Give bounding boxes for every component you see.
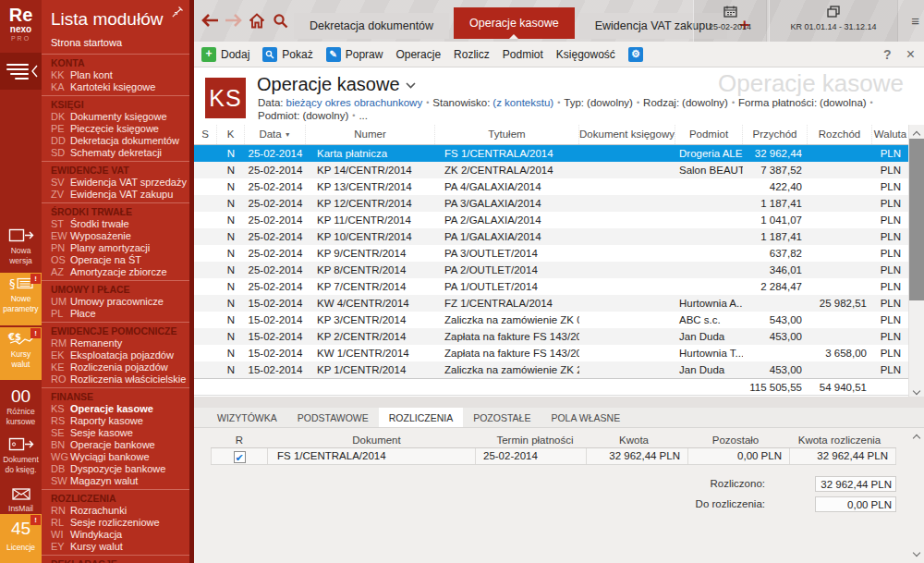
column-header-k[interactable]: K bbox=[217, 125, 245, 144]
module-section-header[interactable]: EWIDENCJE POMOCNICZE bbox=[42, 324, 189, 337]
sidebar-item-ks[interactable]: KSOperacje kasowe bbox=[42, 403, 189, 415]
table-row[interactable]: N15-02-2014KP 3/CENTR/2014Zaliczka na za… bbox=[194, 312, 908, 328]
sidebar-item-kk[interactable]: KKPlan kont bbox=[42, 69, 189, 81]
table-row[interactable]: N15-02-2014KW 4/CENTR/2014FZ 1/CENTRALA/… bbox=[194, 295, 908, 312]
detail-column-header-kwota[interactable]: Kwota bbox=[587, 433, 688, 447]
filter-value[interactable]: (z kontekstu) bbox=[492, 97, 553, 108]
column-header-rozch-d[interactable]: Rozchód bbox=[808, 125, 872, 144]
module-section-header[interactable]: KONTA bbox=[42, 56, 189, 69]
splitter[interactable] bbox=[194, 397, 924, 408]
page-title[interactable]: Operacje kasowe bbox=[257, 74, 416, 95]
settled-checkbox[interactable]: ✔ bbox=[234, 451, 246, 463]
tab-rozliczenia[interactable]: ROZLICZENIA bbox=[379, 408, 463, 427]
module-section-header[interactable]: ROZLICZENIA bbox=[42, 492, 189, 505]
filter-value[interactable]: (dowolny) bbox=[682, 97, 728, 108]
detail-column-header-dokument[interactable]: Dokument bbox=[268, 433, 476, 447]
column-header-tytu-em[interactable]: Tytułem bbox=[435, 125, 579, 144]
module-section-header[interactable]: KSIĘGI bbox=[42, 98, 189, 111]
sidebar-item-ro[interactable]: RORozliczenia właścicielskie bbox=[42, 373, 189, 386]
tab-operacje-kasowe[interactable]: Operacje kasowe bbox=[454, 7, 575, 39]
detail-scroll-up-icon[interactable] bbox=[914, 432, 919, 443]
table-row[interactable]: N25-02-2014KP 10/CENTR/2014PA 1/GALAXIA/… bbox=[194, 228, 908, 245]
table-row[interactable]: N15-02-2014KP 1/CENTR/2014Zaliczka na za… bbox=[194, 361, 908, 378]
table-row[interactable]: N15-02-2014KP 2/CENTR/2014Zapłata na fak… bbox=[194, 328, 908, 345]
column-header-dokument-ksi-gowy[interactable]: Dokument księgowy bbox=[579, 125, 675, 144]
sidebar-item-rs[interactable]: RSRaporty kasowe bbox=[42, 415, 189, 427]
tab-dekretacja-dokumentow[interactable]: Dekretacja dokumentów bbox=[294, 13, 449, 39]
detail-column-header-kwota-rozliczenia[interactable]: Kwota rozliczenia bbox=[790, 433, 896, 447]
sidebar-item-rn[interactable]: RNRozrachunki bbox=[42, 505, 189, 517]
sidebar-item-wi[interactable]: WIWindykacja bbox=[42, 529, 189, 541]
tab-pola-wlasne[interactable]: POLA WŁASNE bbox=[541, 408, 630, 427]
menu-icon[interactable]: ≡ bbox=[911, 13, 919, 29]
detail-scroll-down-icon[interactable] bbox=[914, 546, 919, 557]
module-section-header[interactable]: ŚRODKI TRWAŁE bbox=[42, 205, 189, 218]
sidebar-item-ek[interactable]: EKEksploatacja pojazdów bbox=[42, 349, 189, 361]
accounting-button[interactable]: Księgowość bbox=[556, 48, 615, 61]
sidebar-item-bn[interactable]: BNOperacje bankowe bbox=[42, 439, 189, 451]
sidebar-item-strona-startowa[interactable]: Strona startowa bbox=[42, 35, 189, 52]
sidebar-item-az[interactable]: AZAmortyzacje zbiorcze bbox=[42, 266, 189, 278]
sidebar-item-os[interactable]: OSOperacje na ŚT bbox=[42, 254, 189, 266]
close-icon[interactable]: × bbox=[906, 47, 915, 62]
column-header-data[interactable]: Data▼ bbox=[245, 125, 306, 144]
table-row[interactable]: N15-02-2014KW 1/CENTR/2014Zapłata na fak… bbox=[194, 345, 908, 361]
sidebar-item-ka[interactable]: KAKartoteki księgowe bbox=[42, 81, 189, 93]
tab-podstawowe[interactable]: PODSTAWOWE bbox=[287, 408, 379, 427]
sidebar-item-st[interactable]: STŚrodki trwałe bbox=[42, 218, 189, 230]
table-row[interactable]: N25-02-2014KP 14/CENTR/2014ZK 2/CENTRALA… bbox=[194, 162, 908, 178]
sidebar-item-rl[interactable]: RLSesje rozliczeniowe bbox=[42, 517, 189, 529]
home-icon[interactable] bbox=[249, 13, 265, 29]
sidebar-item-pl[interactable]: PLPłace bbox=[42, 308, 189, 320]
rail-tile-roznice-kursowe[interactable]: 00 Różnicekursowe bbox=[0, 382, 42, 432]
sidebar-item-pn[interactable]: PNPlany amortyzacji bbox=[42, 242, 189, 254]
help-button[interactable]: ? bbox=[883, 47, 892, 62]
sidebar-item-zv[interactable]: ZVEwidencja VAT zakupu bbox=[42, 189, 189, 201]
pin-icon[interactable] bbox=[172, 6, 183, 18]
table-row[interactable]: N25-02-2014KP 9/CENTR/2014PA 3/OUTLET/20… bbox=[194, 245, 908, 262]
sidebar-item-dd[interactable]: DDDekretacja dokumentów bbox=[42, 135, 189, 147]
sidebar-item-dk[interactable]: DKDokumenty księgowe bbox=[42, 111, 189, 123]
table-row[interactable]: N25-02-2014Karta płatniczaFS 1/CENTRALA/… bbox=[194, 145, 908, 162]
table-row[interactable]: N25-02-2014KP 13/CENTR/2014PA 4/GALAXIA/… bbox=[194, 178, 908, 195]
scroll-down-icon[interactable] bbox=[914, 385, 919, 396]
table-row[interactable]: N25-02-2014KP 11/CENTR/2014PA 2/GALAXIA/… bbox=[194, 212, 908, 228]
column-header-numer[interactable]: Numer bbox=[306, 125, 435, 144]
sidebar-item-ey[interactable]: EYKursy walut bbox=[42, 541, 189, 553]
add-button[interactable]: + Dodaj bbox=[201, 47, 249, 62]
sidebar-item-db[interactable]: DBDyspozycje bankowe bbox=[42, 463, 189, 475]
settle-button[interactable]: Rozlicz bbox=[454, 48, 490, 61]
detail-column-header-pozosta-o[interactable]: Pozostało bbox=[688, 433, 790, 447]
work-date-selector[interactable]: 25-02-2014 bbox=[693, 0, 767, 42]
rail-tile-nowe-parametry[interactable]: ! § Noweparametry bbox=[0, 273, 42, 325]
module-section-header[interactable]: DEKLARACJE bbox=[42, 557, 189, 563]
sidebar-item-pe[interactable]: PEPieczęcie księgowe bbox=[42, 123, 189, 135]
filter-value[interactable]: (dowolny) bbox=[302, 110, 348, 121]
filter-value[interactable]: bieżący okres obrachunkowy bbox=[286, 97, 423, 108]
tab-pozostale[interactable]: POZOSTAŁE bbox=[463, 408, 541, 427]
rail-tile-licencje[interactable]: ! 45 Licencje bbox=[0, 514, 42, 563]
column-header-podmiot[interactable]: Podmiot bbox=[675, 125, 743, 144]
scrollbar-thumb[interactable] bbox=[909, 139, 924, 300]
module-section-header[interactable]: FINANSE bbox=[42, 390, 189, 403]
rail-tile-dokument-do-ksieg[interactable]: Dokumentdo księg. bbox=[0, 434, 42, 483]
rail-tile-nowa-wersja[interactable]: Nowawersja bbox=[0, 225, 42, 271]
table-row[interactable]: N25-02-2014KP 12/CENTR/2014PA 3/GALAXIA/… bbox=[194, 195, 908, 212]
sidebar-item-um[interactable]: UMUmowy pracownicze bbox=[42, 296, 189, 308]
sidebar-item-se[interactable]: SESesje kasowe bbox=[42, 427, 189, 439]
rail-tile-insmail[interactable]: InsMail bbox=[0, 484, 42, 512]
column-header-waluta[interactable]: Waluta bbox=[872, 125, 908, 144]
column-header-przych-d[interactable]: Przychód bbox=[743, 125, 808, 144]
entity-button[interactable]: Podmiot bbox=[503, 48, 543, 61]
sidebar-item-wg[interactable]: WGWyciągi bankowe bbox=[42, 451, 189, 463]
filter-value[interactable]: (dowolny) bbox=[587, 97, 633, 108]
column-header-s[interactable]: S bbox=[194, 125, 217, 144]
show-button[interactable]: Pokaż bbox=[262, 47, 312, 62]
table-row[interactable]: N25-02-2014KP 8/CENTR/2014PA 2/OUTLET/20… bbox=[194, 262, 908, 278]
filter-more[interactable]: ... bbox=[359, 110, 368, 121]
sidebar-item-ke[interactable]: KERozliczenia pojazdów bbox=[42, 361, 189, 373]
detail-column-header-r[interactable]: R bbox=[211, 433, 268, 447]
sidebar-item-sw[interactable]: SWMagazyn walut bbox=[42, 475, 189, 487]
sidebar-item-ew[interactable]: EWWyposażenie bbox=[42, 230, 189, 242]
rail-tile-kursy-walut[interactable]: ! €$ Kursywalut bbox=[0, 327, 42, 380]
